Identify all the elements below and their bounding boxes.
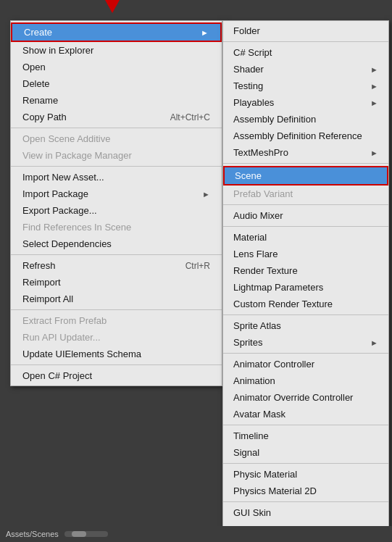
menu-item-delete[interactable]: Delete — [11, 75, 222, 92]
menu-item-select-dependencies[interactable]: Select Dependencies — [11, 235, 222, 252]
right-separator-7 — [223, 425, 388, 425]
menu-item-sprite-atlas[interactable]: Sprite Atlas — [223, 317, 388, 334]
menu-item-assembly-definition-reference[interactable]: Assembly Definition Reference — [223, 128, 388, 144]
menu-item-animator-override-controller[interactable]: Animator Override Controller — [223, 389, 388, 406]
export-package-label: Export Package... — [22, 205, 97, 216]
menu-item-signal[interactable]: Signal — [223, 444, 388, 461]
lightmap-parameters-label: Lightmap Parameters — [233, 282, 323, 293]
separator-4 — [11, 309, 222, 310]
menu-item-folder[interactable]: Folder — [223, 22, 388, 39]
right-separator-8 — [223, 463, 388, 464]
menu-item-animation[interactable]: Animation — [223, 372, 388, 389]
menu-item-cs-script[interactable]: C# Script — [223, 44, 388, 61]
menu-item-textmeshpro[interactable]: TextMeshPro ► — [223, 144, 388, 161]
menu-item-find-references: Find References In Scene — [11, 219, 222, 235]
menu-item-gui-skin[interactable]: GUI Skin — [223, 504, 388, 521]
menu-item-prefab-variant: Prefab Variant — [223, 185, 388, 202]
right-separator-1 — [223, 41, 388, 42]
reimport-label: Reimport — [22, 277, 61, 288]
physic-material-label: Physic Material — [233, 469, 297, 480]
create-arrow-icon: ► — [201, 28, 209, 37]
bottom-scrollbar[interactable] — [64, 531, 108, 537]
sprites-label: Sprites — [233, 337, 262, 348]
bottom-bar-path: Assets/Scenes — [6, 530, 59, 538]
context-menu-wrapper: Create ► Show in Explorer Open Delete Re… — [10, 20, 389, 542]
menu-item-sprites[interactable]: Sprites ► — [223, 334, 388, 351]
shader-label: Shader — [233, 64, 264, 75]
right-separator-2 — [223, 163, 388, 164]
menu-item-refresh[interactable]: Refresh Ctrl+R — [11, 257, 222, 274]
right-separator-4 — [223, 226, 388, 227]
audio-mixer-label: Audio Mixer — [233, 210, 283, 221]
delete-label: Delete — [22, 78, 50, 89]
select-dependencies-label: Select Dependencies — [22, 238, 112, 249]
menu-item-playables[interactable]: Playables ► — [223, 94, 388, 111]
menu-item-timeline[interactable]: Timeline — [223, 428, 388, 444]
show-in-explorer-label: Show in Explorer — [22, 45, 93, 56]
find-references-label: Find References In Scene — [22, 222, 131, 233]
separator-3 — [11, 254, 222, 255]
update-uielements-label: Update UIElements Schema — [22, 349, 141, 359]
signal-label: Signal — [233, 447, 259, 458]
render-texture-label: Render Texture — [233, 265, 298, 276]
testing-label: Testing — [233, 80, 263, 91]
menu-item-physic-material[interactable]: Physic Material — [223, 466, 388, 483]
menu-item-open[interactable]: Open — [11, 59, 222, 75]
textmeshpro-label: TextMeshPro — [233, 147, 288, 158]
import-package-arrow-icon: ► — [202, 190, 210, 199]
separator-2 — [11, 166, 222, 167]
menu-item-scene[interactable]: Scene — [223, 166, 388, 185]
menu-item-create[interactable]: Create ► — [11, 22, 222, 42]
menu-item-testing[interactable]: Testing ► — [223, 78, 388, 94]
extract-from-prefab-label: Extract From Prefab — [22, 315, 107, 326]
menu-item-animator-controller[interactable]: Animator Controller — [223, 356, 388, 372]
run-api-updater-label: Run API Updater... — [22, 332, 101, 343]
menu-item-reimport-all[interactable]: Reimport All — [11, 291, 222, 307]
timeline-label: Timeline — [233, 430, 269, 441]
menu-item-render-texture[interactable]: Render Texture — [223, 262, 388, 279]
menu-item-copy-path[interactable]: Copy Path Alt+Ctrl+C — [11, 109, 222, 125]
custom-render-texture-label: Custom Render Texture — [233, 299, 333, 309]
menu-item-open-scene-additive: Open Scene Additive — [11, 130, 222, 147]
reimport-all-label: Reimport All — [22, 293, 73, 304]
assembly-definition-reference-label: Assembly Definition Reference — [233, 130, 362, 141]
refresh-shortcut: Ctrl+R — [185, 261, 210, 271]
copy-path-label: Copy Path — [22, 112, 67, 122]
menu-item-reimport[interactable]: Reimport — [11, 274, 222, 291]
menu-item-material[interactable]: Material — [223, 229, 388, 246]
separator-5 — [11, 364, 222, 365]
refresh-label: Refresh — [22, 260, 56, 271]
menu-item-export-package[interactable]: Export Package... — [11, 202, 222, 219]
assembly-definition-label: Assembly Definition — [233, 114, 316, 125]
menu-item-custom-render-texture[interactable]: Custom Render Texture — [223, 296, 388, 312]
menu-item-shader[interactable]: Shader ► — [223, 61, 388, 78]
folder-label: Folder — [233, 25, 260, 36]
right-separator-5 — [223, 314, 388, 315]
import-package-label: Import Package — [22, 188, 88, 199]
menu-item-rename[interactable]: Rename — [11, 92, 222, 109]
scrollbar-thumb[interactable] — [72, 531, 86, 537]
menu-item-update-uielements[interactable]: Update UIElements Schema — [11, 346, 222, 362]
gui-skin-label: GUI Skin — [233, 507, 271, 518]
right-separator-9 — [223, 501, 388, 502]
context-menu-right: Folder C# Script Shader ► Testing ► Play… — [222, 20, 389, 542]
menu-item-audio-mixer[interactable]: Audio Mixer — [223, 207, 388, 224]
red-accent-icon — [105, 0, 120, 13]
menu-item-import-package[interactable]: Import Package ► — [11, 185, 222, 202]
playables-label: Playables — [233, 97, 274, 108]
menu-item-physics-material-2d[interactable]: Physics Material 2D — [223, 483, 388, 499]
menu-item-open-cs-project[interactable]: Open C# Project — [11, 367, 222, 384]
menu-item-lightmap-parameters[interactable]: Lightmap Parameters — [223, 279, 388, 296]
playables-arrow-icon: ► — [370, 99, 378, 107]
copy-path-shortcut: Alt+Ctrl+C — [170, 112, 210, 122]
avatar-mask-label: Avatar Mask — [233, 409, 285, 420]
menu-item-lens-flare[interactable]: Lens Flare — [223, 246, 388, 262]
menu-item-show-in-explorer[interactable]: Show in Explorer — [11, 42, 222, 59]
lens-flare-label: Lens Flare — [233, 249, 278, 259]
material-label: Material — [233, 232, 267, 243]
bottom-bar: Assets/Scenes — [0, 526, 392, 542]
menu-item-import-new-asset[interactable]: Import New Asset... — [11, 169, 222, 185]
menu-item-assembly-definition[interactable]: Assembly Definition — [223, 111, 388, 128]
menu-item-avatar-mask[interactable]: Avatar Mask — [223, 406, 388, 422]
testing-arrow-icon: ► — [370, 82, 378, 91]
